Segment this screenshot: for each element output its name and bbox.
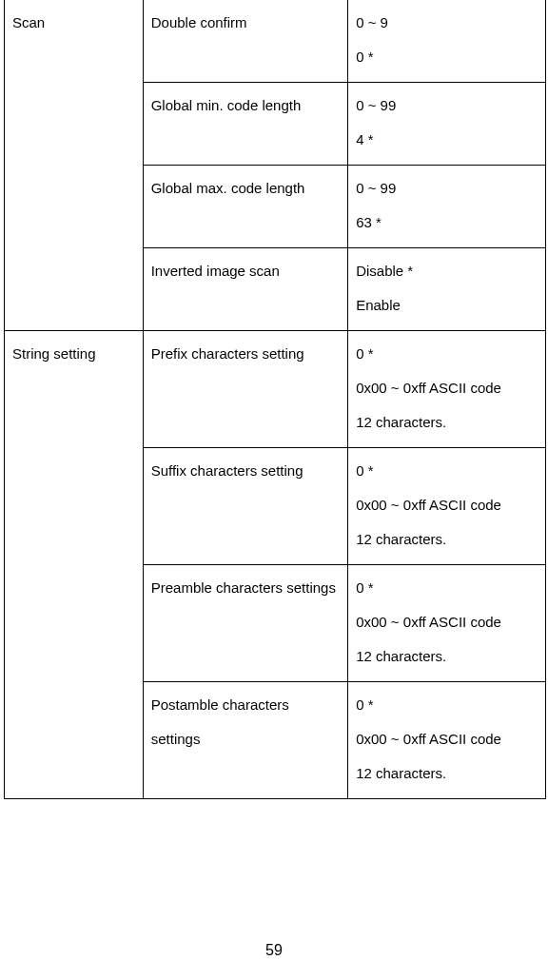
option-value: 0 ~ 99 <box>356 171 538 206</box>
parameter-cell: Global min. code length <box>143 83 347 166</box>
option-value: 63 * <box>356 206 538 240</box>
options-cell: 0 ~ 9 0 * <box>348 0 546 83</box>
option-value: 12 characters. <box>356 756 538 791</box>
options-cell: 0 ~ 99 4 * <box>348 83 546 166</box>
parameter-label: Global min. code length <box>151 97 302 113</box>
option-value: 0 ~ 9 <box>356 6 538 40</box>
parameter-cell: Suffix characters setting <box>143 448 347 565</box>
option-value: 0x00 ~ 0xff ASCII code <box>356 605 538 639</box>
option-value: 12 characters. <box>356 639 538 674</box>
table-row: Scan Double confirm 0 ~ 9 0 * <box>5 0 546 83</box>
option-value: 0 * <box>356 571 538 605</box>
options-cell: 0 * 0x00 ~ 0xff ASCII code 12 characters… <box>348 565 546 682</box>
options-cell: 0 * 0x00 ~ 0xff ASCII code 12 characters… <box>348 682 546 799</box>
option-value: 0 ~ 99 <box>356 88 538 123</box>
parameter-cell: Double confirm <box>143 0 347 83</box>
category-cell: Scan <box>5 0 144 331</box>
parameter-label: Preamble characters settings <box>151 579 336 596</box>
table-row: String setting Prefix characters setting… <box>5 331 546 448</box>
options-cell: Disable * Enable <box>348 248 546 331</box>
option-value: 0x00 ~ 0xff ASCII code <box>356 722 538 756</box>
option-value: 12 characters. <box>356 405 538 440</box>
option-value: 12 characters. <box>356 522 538 557</box>
parameter-cell: Preamble characters settings <box>143 565 347 682</box>
option-value: 4 * <box>356 123 538 157</box>
option-value: 0 * <box>356 40 538 74</box>
parameter-cell: Global max. code length <box>143 166 347 248</box>
parameter-cell: Prefix characters setting <box>143 331 347 448</box>
options-cell: 0 * 0x00 ~ 0xff ASCII code 12 characters… <box>348 331 546 448</box>
settings-table: Scan Double confirm 0 ~ 9 0 * Global min… <box>4 0 546 799</box>
parameter-label: Suffix characters setting <box>151 462 303 479</box>
parameter-label: Inverted image scan <box>151 263 280 279</box>
parameter-label: Postamble characters settings <box>151 696 289 747</box>
option-value: Enable <box>356 288 538 323</box>
option-value: 0x00 ~ 0xff ASCII code <box>356 488 538 522</box>
options-cell: 0 * 0x00 ~ 0xff ASCII code 12 characters… <box>348 448 546 565</box>
option-value: 0 * <box>356 688 538 722</box>
option-value: 0 * <box>356 454 538 488</box>
parameter-label: Global max. code length <box>151 180 305 196</box>
page-content: Scan Double confirm 0 ~ 9 0 * Global min… <box>0 0 548 799</box>
option-value: 0 * <box>356 337 538 371</box>
category-label: Scan <box>12 14 45 30</box>
parameter-label: Double confirm <box>151 14 247 30</box>
option-value: 0x00 ~ 0xff ASCII code <box>356 371 538 405</box>
options-cell: 0 ~ 99 63 * <box>348 166 546 248</box>
category-label: String setting <box>12 345 96 362</box>
option-value: Disable * <box>356 254 538 288</box>
parameter-cell: Inverted image scan <box>143 248 347 331</box>
category-cell: String setting <box>5 331 144 799</box>
page-number: 59 <box>0 942 548 959</box>
parameter-cell: Postamble characters settings <box>143 682 347 799</box>
parameter-label: Prefix characters setting <box>151 345 304 362</box>
